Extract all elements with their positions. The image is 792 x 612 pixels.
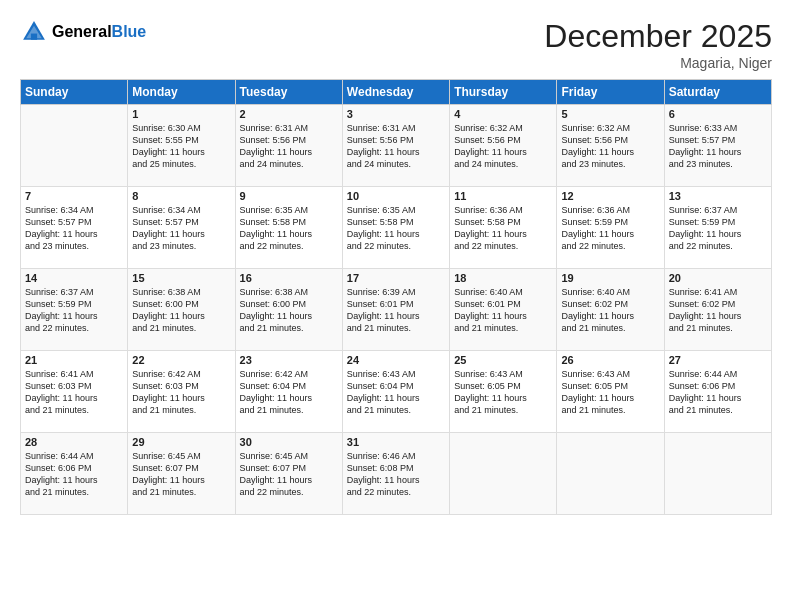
day-info-line: Sunset: 5:58 PM	[240, 216, 338, 228]
day-info-line: Sunset: 6:02 PM	[669, 298, 767, 310]
header-day: Saturday	[664, 80, 771, 105]
day-info-line: and 22 minutes.	[347, 240, 445, 252]
day-number: 21	[25, 354, 123, 366]
day-info-line: Sunset: 5:57 PM	[25, 216, 123, 228]
calendar-cell: 5Sunrise: 6:32 AMSunset: 5:56 PMDaylight…	[557, 105, 664, 187]
calendar-table: SundayMondayTuesdayWednesdayThursdayFrid…	[20, 79, 772, 515]
calendar-cell: 11Sunrise: 6:36 AMSunset: 5:58 PMDayligh…	[450, 187, 557, 269]
day-info-line: Sunset: 5:56 PM	[561, 134, 659, 146]
day-info-line: and 21 minutes.	[132, 486, 230, 498]
day-info-line: Daylight: 11 hours	[454, 228, 552, 240]
day-info-line: Sunset: 6:07 PM	[240, 462, 338, 474]
day-info-line: Daylight: 11 hours	[132, 146, 230, 158]
day-number: 15	[132, 272, 230, 284]
day-info-line: Sunrise: 6:35 AM	[347, 204, 445, 216]
logo-text: GeneralBlue	[52, 23, 146, 41]
header-day: Tuesday	[235, 80, 342, 105]
day-content: Sunrise: 6:30 AMSunset: 5:55 PMDaylight:…	[132, 122, 230, 171]
day-info-line: Sunset: 5:57 PM	[669, 134, 767, 146]
day-info-line: Daylight: 11 hours	[240, 474, 338, 486]
day-content: Sunrise: 6:45 AMSunset: 6:07 PMDaylight:…	[132, 450, 230, 499]
day-info-line: and 21 minutes.	[132, 322, 230, 334]
day-number: 8	[132, 190, 230, 202]
day-info-line: Daylight: 11 hours	[669, 146, 767, 158]
day-number: 12	[561, 190, 659, 202]
day-number: 3	[347, 108, 445, 120]
calendar-cell: 31Sunrise: 6:46 AMSunset: 6:08 PMDayligh…	[342, 433, 449, 515]
calendar-cell: 24Sunrise: 6:43 AMSunset: 6:04 PMDayligh…	[342, 351, 449, 433]
day-info-line: Sunset: 5:56 PM	[240, 134, 338, 146]
day-info-line: Sunrise: 6:43 AM	[561, 368, 659, 380]
calendar-cell	[21, 105, 128, 187]
day-info-line: Sunset: 6:05 PM	[454, 380, 552, 392]
day-info-line: Sunrise: 6:45 AM	[240, 450, 338, 462]
day-info-line: Daylight: 11 hours	[347, 392, 445, 404]
day-number: 24	[347, 354, 445, 366]
day-info-line: Sunset: 6:08 PM	[347, 462, 445, 474]
calendar-cell	[450, 433, 557, 515]
day-content: Sunrise: 6:41 AMSunset: 6:02 PMDaylight:…	[669, 286, 767, 335]
header: GeneralBlue December 2025 Magaria, Niger	[20, 18, 772, 71]
calendar-cell: 14Sunrise: 6:37 AMSunset: 5:59 PMDayligh…	[21, 269, 128, 351]
calendar-cell	[557, 433, 664, 515]
day-info-line: and 21 minutes.	[454, 404, 552, 416]
day-info-line: Sunrise: 6:32 AM	[454, 122, 552, 134]
calendar-cell: 29Sunrise: 6:45 AMSunset: 6:07 PMDayligh…	[128, 433, 235, 515]
calendar-header-row: SundayMondayTuesdayWednesdayThursdayFrid…	[21, 80, 772, 105]
day-info-line: Daylight: 11 hours	[25, 228, 123, 240]
day-content: Sunrise: 6:32 AMSunset: 5:56 PMDaylight:…	[454, 122, 552, 171]
day-info-line: and 24 minutes.	[240, 158, 338, 170]
calendar-cell: 30Sunrise: 6:45 AMSunset: 6:07 PMDayligh…	[235, 433, 342, 515]
day-info-line: Sunrise: 6:37 AM	[669, 204, 767, 216]
day-number: 30	[240, 436, 338, 448]
day-info-line: and 21 minutes.	[561, 404, 659, 416]
day-info-line: Sunrise: 6:41 AM	[669, 286, 767, 298]
day-info-line: Sunset: 6:03 PM	[132, 380, 230, 392]
day-info-line: Daylight: 11 hours	[454, 146, 552, 158]
day-info-line: Sunrise: 6:30 AM	[132, 122, 230, 134]
day-info-line: Sunrise: 6:36 AM	[454, 204, 552, 216]
day-content: Sunrise: 6:37 AMSunset: 5:59 PMDaylight:…	[669, 204, 767, 253]
calendar-week-row: 1Sunrise: 6:30 AMSunset: 5:55 PMDaylight…	[21, 105, 772, 187]
day-info-line: and 23 minutes.	[669, 158, 767, 170]
day-info-line: Sunset: 5:59 PM	[561, 216, 659, 228]
day-content: Sunrise: 6:42 AMSunset: 6:03 PMDaylight:…	[132, 368, 230, 417]
day-info-line: and 21 minutes.	[25, 486, 123, 498]
day-info-line: Sunrise: 6:35 AM	[240, 204, 338, 216]
calendar-cell: 13Sunrise: 6:37 AMSunset: 5:59 PMDayligh…	[664, 187, 771, 269]
day-content: Sunrise: 6:32 AMSunset: 5:56 PMDaylight:…	[561, 122, 659, 171]
day-info-line: and 22 minutes.	[240, 240, 338, 252]
day-info-line: Daylight: 11 hours	[132, 310, 230, 322]
day-info-line: Sunset: 6:00 PM	[132, 298, 230, 310]
day-content: Sunrise: 6:43 AMSunset: 6:05 PMDaylight:…	[561, 368, 659, 417]
day-content: Sunrise: 6:38 AMSunset: 6:00 PMDaylight:…	[240, 286, 338, 335]
day-info-line: Sunrise: 6:39 AM	[347, 286, 445, 298]
day-number: 25	[454, 354, 552, 366]
day-info-line: and 22 minutes.	[454, 240, 552, 252]
day-info-line: and 23 minutes.	[561, 158, 659, 170]
day-info-line: Sunset: 6:00 PM	[240, 298, 338, 310]
day-number: 31	[347, 436, 445, 448]
day-info-line: and 22 minutes.	[669, 240, 767, 252]
day-info-line: Sunrise: 6:43 AM	[347, 368, 445, 380]
day-info-line: Daylight: 11 hours	[240, 392, 338, 404]
header-day: Monday	[128, 80, 235, 105]
day-info-line: Sunrise: 6:31 AM	[240, 122, 338, 134]
day-number: 10	[347, 190, 445, 202]
day-info-line: Daylight: 11 hours	[561, 310, 659, 322]
day-info-line: Sunset: 6:01 PM	[454, 298, 552, 310]
day-info-line: Sunset: 5:58 PM	[347, 216, 445, 228]
day-number: 16	[240, 272, 338, 284]
day-info-line: and 21 minutes.	[454, 322, 552, 334]
day-number: 17	[347, 272, 445, 284]
day-info-line: Sunset: 5:59 PM	[669, 216, 767, 228]
calendar-week-row: 21Sunrise: 6:41 AMSunset: 6:03 PMDayligh…	[21, 351, 772, 433]
day-content: Sunrise: 6:31 AMSunset: 5:56 PMDaylight:…	[347, 122, 445, 171]
day-content: Sunrise: 6:40 AMSunset: 6:01 PMDaylight:…	[454, 286, 552, 335]
day-info-line: Daylight: 11 hours	[347, 474, 445, 486]
calendar-cell: 25Sunrise: 6:43 AMSunset: 6:05 PMDayligh…	[450, 351, 557, 433]
day-info-line: Daylight: 11 hours	[669, 310, 767, 322]
day-info-line: and 21 minutes.	[669, 322, 767, 334]
day-info-line: Sunrise: 6:40 AM	[454, 286, 552, 298]
day-info-line: Sunset: 5:55 PM	[132, 134, 230, 146]
